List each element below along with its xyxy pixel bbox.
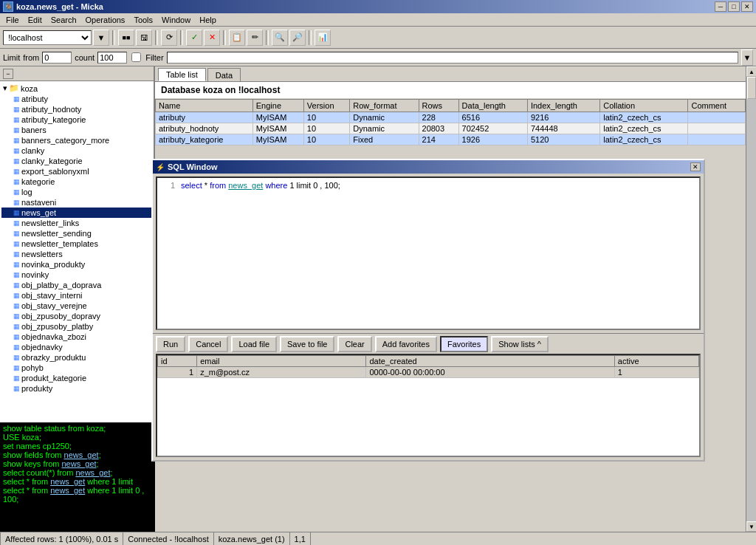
table-icon-objednavka_zbozi: ▦ [13,333,20,340]
toolbar-separator-2 [155,30,158,45]
tree-item-obj_stavy_verejne[interactable]: ▦ obj_stavy_verejne [1,301,152,311]
log-link-1[interactable]: news_get [64,450,99,459]
clear-button[interactable]: Clear [337,336,371,352]
toolbar-search[interactable]: 🔍 [272,30,288,46]
toolbar-edit[interactable]: ✏ [247,30,263,46]
menu-help[interactable]: Help [195,15,221,25]
menu-operations[interactable]: Operations [81,15,130,25]
tabs-bar: Table list Data [155,66,746,82]
log-line-6: select count(*) from news_get; [3,468,152,477]
table-row[interactable]: atributy MyISAM 10 Dynamic 228 6516 9216… [156,112,746,123]
tree-item-produkty[interactable]: ▦ produkty [1,383,152,394]
toolbar-btn-2[interactable]: 🖫 [136,30,152,46]
tab-data[interactable]: Data [207,68,241,81]
favorites-button[interactable]: Favorites [440,336,488,352]
tree-item-atributy_kategorie[interactable]: ▦ atributy_kategorie [1,114,152,125]
show-lists-button[interactable]: Show lists ^ [491,336,549,352]
toolbar-refresh[interactable]: ⟳ [161,30,177,46]
scroll-thumb[interactable] [747,77,756,99]
toolbar-btn-1[interactable]: ■■ [118,30,134,46]
right-scrollbar[interactable]: ▲ ▼ [746,66,756,532]
col-index-length: Index_length [527,100,599,112]
log-link-4[interactable]: news_get [50,477,85,486]
count-input[interactable] [97,52,127,64]
menu-tools[interactable]: Tools [129,15,157,25]
toolbar-copy[interactable]: 📋 [229,30,245,46]
host-selector[interactable]: !localhost [3,30,92,45]
tree-item-newsletters[interactable]: ▦ newsletters [1,249,152,259]
close-button[interactable]: ✕ [741,1,753,12]
menu-window[interactable]: Window [157,15,195,25]
save-to-file-button[interactable]: Save to file [280,336,334,352]
cell-indexlen-2: 5120 [527,134,599,145]
sql-editor[interactable]: 1 select * from news_get where 1 limit 0… [156,176,701,330]
menu-file[interactable]: File [1,15,24,25]
tree-item-newsletter_templates[interactable]: ▦ newsletter_templates [1,239,152,249]
tree-item-obj_stavy_interni[interactable]: ▦ obj_stavy_interni [1,290,152,301]
log-link-2[interactable]: news_get [61,459,96,468]
tree-item-clanky[interactable]: ▦ clanky [1,145,152,156]
scroll-track [746,77,756,521]
table-icon-produkty: ▦ [13,385,20,392]
toolbar-check[interactable]: ✓ [186,30,202,46]
filter-dropdown-btn[interactable]: ▼ [741,49,753,66]
tree-item-obrazky_produktu[interactable]: ▦ obrazky_produktu [1,352,152,363]
tree-expand-btn[interactable]: − [3,69,13,79]
tree-item-obj_zpusoby_dopravy[interactable]: ▦ obj_zpusoby_dopravy [1,311,152,321]
result-row-1[interactable]: 1 z_m@post.cz 0000-00-00 00:00:00 1 [158,367,699,378]
tree-item-newsletter_sending[interactable]: ▦ newsletter_sending [1,228,152,239]
tree-item-novinka_produkty[interactable]: ▦ novinka_produkty [1,259,152,270]
filter-text-input[interactable] [167,52,738,64]
tree-item-produkt_kategorie[interactable]: ▦ produkt_kategorie [1,373,152,383]
tree-item-atributy[interactable]: ▦ atributy [1,94,152,104]
tree-item-obj_zpusoby_platby[interactable]: ▦ obj_zpusoby_platby [1,321,152,332]
status-affected: Affected rows: 1 (100%), 0.01 s [0,532,123,545]
menu-search[interactable]: Search [47,15,81,25]
scroll-up-btn[interactable]: ▲ [746,66,756,77]
log-link-5[interactable]: news_get [50,486,85,495]
tree-item-objednavky[interactable]: ▦ objednavky [1,342,152,352]
tree-item-news_get[interactable]: ▦ news_get [1,208,152,218]
sql-code-text: select * from news_get where 1 limit 0 ,… [181,181,340,190]
from-input[interactable] [42,52,72,64]
tree-root-label: koza [21,84,38,93]
tab-table-list[interactable]: Table list [158,68,206,81]
combo-arrow-button[interactable]: ▼ [93,30,109,46]
tree-item-atributy_hodnoty[interactable]: ▦ atributy_hodnoty [1,104,152,114]
toolbar-zoom[interactable]: 🔎 [289,30,306,46]
maximize-button[interactable]: □ [728,1,740,12]
menu-edit[interactable]: Edit [24,15,47,25]
tree-root[interactable]: ▾ 📁 koza [1,83,152,94]
filter-checkbox[interactable] [131,52,141,62]
minimize-button[interactable]: ─ [715,1,726,12]
toolbar-cancel[interactable]: ✕ [204,30,220,46]
tree-item-obj_platby_a_doprava[interactable]: ▦ obj_platby_a_doprava [1,280,152,290]
add-favorites-button[interactable]: Add favorites [375,336,437,352]
sql-close-button[interactable]: ✕ [690,162,701,171]
tree-item-log[interactable]: ▦ log [1,187,152,197]
result-cell-email: z_m@post.cz [197,367,366,378]
col-data-length: Data_length [458,100,527,112]
tree-item-novinky[interactable]: ▦ novinky [1,270,152,280]
tree-item-export_sablonyxml[interactable]: ▦ export_sablonyxml [1,166,152,176]
table-row[interactable]: atributy_hodnoty MyISAM 10 Dynamic 20803… [156,123,746,134]
tree-item-newsletter_links[interactable]: ▦ newsletter_links [1,218,152,228]
tree-item-kategorie[interactable]: ▦ kategorie [1,176,152,187]
load-file-button[interactable]: Load file [231,336,277,352]
cell-comment-1 [688,123,746,134]
cell-name-0: atributy [156,112,253,123]
tree-item-clanky_kategorie[interactable]: ▦ clanky_kategorie [1,156,152,166]
tree-item-baners[interactable]: ▦ baners [1,125,152,135]
tree-item-banners_category_more[interactable]: ▦ banners_category_more [1,135,152,145]
log-link-3[interactable]: news_get [75,468,110,477]
status-connection: Connected - !localhost [123,532,213,545]
scroll-down-btn[interactable]: ▼ [746,521,756,532]
sql-results[interactable]: id email date_created active 1 z_m@post.… [156,354,701,457]
tree-item-nastaveni[interactable]: ▦ nastaveni [1,197,152,208]
tree-item-pohyb[interactable]: ▦ pohyb [1,363,152,373]
table-row[interactable]: atributy_kategorie MyISAM 10 Fixed 214 1… [156,134,746,145]
tree-item-objednavka_zbozi[interactable]: ▦ objednavka_zbozi [1,332,152,342]
toolbar-chart[interactable]: 📊 [315,30,331,46]
run-button[interactable]: Run [156,336,185,352]
cancel-button[interactable]: Cancel [188,336,228,352]
